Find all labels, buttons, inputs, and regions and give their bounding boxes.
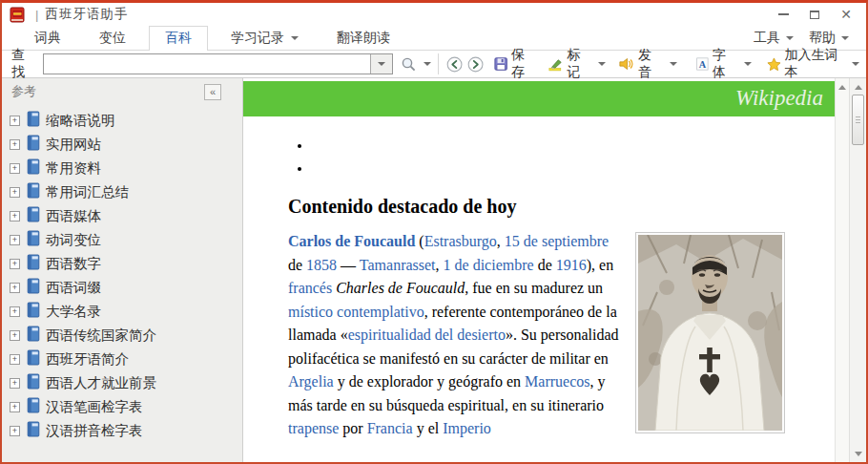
sidebar-item-label: 西语词缀 [46,279,101,297]
expand-icon[interactable]: + [10,306,20,317]
font-label: 字体 [713,47,735,81]
book-icon [27,278,40,298]
wiki-link[interactable]: 1916 [556,257,587,273]
sidebar-item-label: 西班牙语简介 [46,350,129,369]
expand-icon[interactable]: + [10,187,20,198]
book-icon [27,158,40,179]
carlos-de-foucauld-photo [638,235,782,431]
minimize-button[interactable] [769,5,797,24]
sidebar-collapse-button[interactable]: « [204,84,221,100]
sidebar-item-1[interactable]: +缩略语说明 [2,109,242,133]
search-input[interactable] [44,54,369,74]
search-icon[interactable] [401,56,417,73]
mark-button[interactable]: 标记 [546,53,609,75]
text-run: ( [415,233,424,249]
text-run: de [288,257,306,273]
book-icon [27,326,40,346]
font-button[interactable]: A 字体 [693,53,754,75]
sidebar-item-5[interactable]: +西语媒体 [2,204,242,228]
tab-4[interactable]: 学习记录 [216,26,314,50]
book-icon [27,230,40,250]
page-scrollbar[interactable] [835,78,849,463]
save-icon [494,56,507,72]
reference-tree: +缩略语说明+实用网站+常用资料+常用词汇总结+西语媒体+动词变位+西语数字+西… [2,105,242,443]
sidebar-item-11[interactable]: +西班牙语简介 [2,348,242,371]
scrollbar-thumb[interactable] [852,95,864,145]
expand-icon[interactable]: + [10,402,20,412]
sidebar-item-7[interactable]: +西语数字 [2,252,242,276]
save-button[interactable]: 保存 [491,53,538,75]
expand-icon[interactable]: + [10,426,20,436]
expand-icon[interactable]: + [10,235,20,245]
sidebar-item-4[interactable]: +常用词汇总结 [2,180,242,204]
sidebar-item-label: 实用网站 [46,136,101,154]
sidebar-item-9[interactable]: +大学名录 [2,300,242,324]
mark-caret-icon [598,62,606,66]
wiki-link[interactable]: místico contemplativo [288,304,424,320]
close-button[interactable]: ✕ [832,5,860,24]
search-dropdown-button[interactable] [370,54,392,74]
wiki-link[interactable]: Imperio [443,420,491,436]
wiki-link[interactable]: Argelia [288,373,334,390]
expand-icon[interactable]: + [10,116,20,126]
search-options-caret[interactable] [424,62,431,66]
scroll-up-icon [855,85,862,90]
bullet-list [288,137,785,183]
wiki-link[interactable]: Tamanrasset [360,257,436,273]
menu-help[interactable]: 帮助 [801,30,857,47]
text-run: Charles de Foucauld [336,280,465,296]
add-to-wordbook-button[interactable]: 加入生词本 [764,53,862,75]
chevron-down-icon [291,36,299,40]
pronounce-button[interactable]: 发音 [616,53,679,75]
window-scrollbar[interactable] [849,78,866,463]
sidebar-item-6[interactable]: +动词变位 [2,228,242,252]
book-icon [27,421,40,441]
text-run: , fue en su madurez un [465,280,603,296]
maximize-button[interactable] [800,5,829,24]
tab-1[interactable]: 词典 [19,26,76,50]
book-icon [27,111,40,131]
back-button[interactable] [446,55,463,74]
expand-icon[interactable]: + [10,283,20,293]
wiki-link[interactable]: 15 de septiembre [505,233,609,249]
expand-icon[interactable]: + [10,139,20,150]
sidebar-item-14[interactable]: +汉语拼音检字表 [2,419,242,443]
article-heading: Contenido destacado de hoy [288,196,785,218]
sidebar-item-3[interactable]: +常用资料 [2,157,242,180]
sidebar-item-13[interactable]: +汉语笔画检字表 [2,395,242,419]
wiki-link[interactable]: francés [288,280,332,296]
minimize-icon [778,13,789,15]
sidebar-item-12[interactable]: +西语人才就业前景 [2,371,242,395]
article: Contenido destacado de hoy [288,137,785,441]
wiki-link[interactable]: 1858 [306,257,337,273]
wiki-link[interactable]: 1 de diciembre [444,257,534,273]
chevron-down-icon [786,36,794,40]
expand-icon[interactable]: + [10,259,20,269]
menu-label: 工具 [754,30,780,47]
title-separator: | [35,8,38,22]
expand-icon[interactable]: + [10,211,20,221]
tab-2[interactable]: 变位 [84,26,141,50]
expand-icon[interactable]: + [10,330,20,341]
wiki-link[interactable]: trapense [288,420,339,436]
highlighter-icon [548,56,563,73]
wiki-link[interactable]: espiritualidad del desierto [348,327,506,343]
expand-icon[interactable]: + [10,163,20,174]
forward-button[interactable] [467,55,484,74]
chevron-down-icon [841,36,849,40]
wiki-link[interactable]: Marruecos [525,373,589,390]
tab-5[interactable]: 翻译朗读 [321,26,405,50]
wordbook-caret-icon [852,62,859,66]
font-icon: A [696,56,709,72]
sidebar-item-2[interactable]: +实用网站 [2,133,242,157]
menu-tools[interactable]: 工具 [746,30,801,47]
expand-icon[interactable]: + [10,378,20,389]
tab-3[interactable]: 百科 [149,26,208,51]
sidebar-item-label: 缩略语说明 [46,112,115,130]
wiki-link[interactable]: Estrasburgo [424,233,497,249]
sidebar-item-8[interactable]: +西语词缀 [2,276,242,300]
expand-icon[interactable]: + [10,354,20,365]
wiki-link[interactable]: Carlos de Foucauld [288,233,415,249]
sidebar-item-10[interactable]: +西语传统国家简介 [2,324,242,348]
wiki-link[interactable]: Francia [367,420,413,436]
